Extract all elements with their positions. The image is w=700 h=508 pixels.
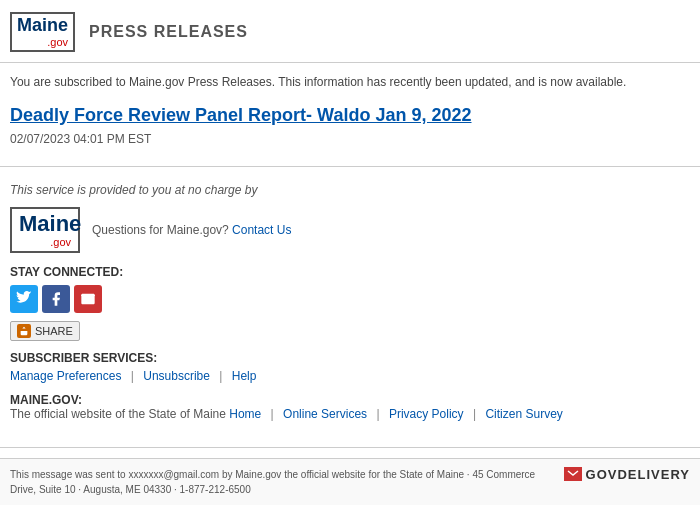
article-date: 02/07/2023 04:01 PM EST bbox=[10, 132, 690, 146]
citizen-survey-link[interactable]: Citizen Survey bbox=[485, 407, 562, 421]
press-releases-label: PRESS RELEASES bbox=[89, 23, 248, 41]
maine-gov-logo: Maine .gov bbox=[10, 12, 75, 52]
contact-us-link[interactable]: Contact Us bbox=[232, 223, 291, 237]
manage-preferences-link[interactable]: Manage Preferences bbox=[10, 369, 121, 383]
sent-to-text: This message was sent to xxxxxxx@gmail.c… bbox=[10, 467, 540, 497]
subscriber-services-label: SUBSCRIBER SERVICES: bbox=[10, 351, 690, 365]
subscriber-links: Manage Preferences | Unsubscribe | Help bbox=[10, 369, 690, 383]
stay-connected-label: STAY CONNECTED: bbox=[10, 265, 690, 279]
share-label: SHARE bbox=[35, 325, 73, 337]
logo-area: Maine .gov PRESS RELEASES bbox=[10, 12, 248, 52]
footer-logo-maine-text: Maine bbox=[19, 212, 71, 236]
facebook-icon[interactable] bbox=[42, 285, 70, 313]
maine-gov-desc: The official website of the State of Mai… bbox=[10, 407, 226, 421]
page-header: Maine .gov PRESS RELEASES bbox=[0, 0, 700, 63]
footer-section: This service is provided to you at no ch… bbox=[0, 177, 700, 437]
separator-4: | bbox=[376, 407, 379, 421]
govdelivery-label: GOVDELIVERY bbox=[586, 467, 690, 482]
unsubscribe-link[interactable]: Unsubscribe bbox=[143, 369, 210, 383]
service-note: This service is provided to you at no ch… bbox=[10, 183, 690, 197]
email-icon[interactable] bbox=[74, 285, 102, 313]
article-title-link[interactable]: Deadly Force Review Panel Report- Waldo … bbox=[10, 105, 690, 126]
twitter-icon[interactable] bbox=[10, 285, 38, 313]
svg-rect-0 bbox=[567, 469, 579, 479]
help-link[interactable]: Help bbox=[232, 369, 257, 383]
subscribed-note: You are subscribed to Maine.gov Press Re… bbox=[10, 73, 690, 91]
social-icons-row bbox=[10, 285, 690, 313]
govdelivery-logo: GOVDELIVERY bbox=[564, 467, 690, 482]
separator-3: | bbox=[271, 407, 274, 421]
home-link[interactable]: Home bbox=[229, 407, 261, 421]
share-button[interactable]: SHARE bbox=[10, 321, 80, 341]
separator-1: | bbox=[131, 369, 134, 383]
footer-divider bbox=[0, 447, 700, 448]
footer-logo-gov-text: .gov bbox=[50, 236, 71, 248]
questions-text: Questions for Maine.gov? Contact Us bbox=[92, 223, 291, 237]
main-content: You are subscribed to Maine.gov Press Re… bbox=[0, 63, 700, 146]
logo-maine-text: Maine bbox=[17, 16, 68, 36]
privacy-policy-link[interactable]: Privacy Policy bbox=[389, 407, 464, 421]
govdelivery-icon bbox=[564, 467, 582, 481]
online-services-link[interactable]: Online Services bbox=[283, 407, 367, 421]
separator-5: | bbox=[473, 407, 476, 421]
footer-maine-logo: Maine .gov bbox=[10, 207, 80, 253]
footer-logo-area: Maine .gov Questions for Maine.gov? Cont… bbox=[10, 207, 690, 253]
maine-gov-label: MAINE.GOV: bbox=[10, 393, 82, 407]
content-divider bbox=[0, 166, 700, 167]
share-icon bbox=[17, 324, 31, 338]
logo-gov-text: .gov bbox=[17, 36, 68, 48]
maine-gov-links: MAINE.GOV: The official website of the S… bbox=[10, 393, 690, 421]
separator-2: | bbox=[219, 369, 222, 383]
bottom-bar: This message was sent to xxxxxxx@gmail.c… bbox=[0, 458, 700, 505]
